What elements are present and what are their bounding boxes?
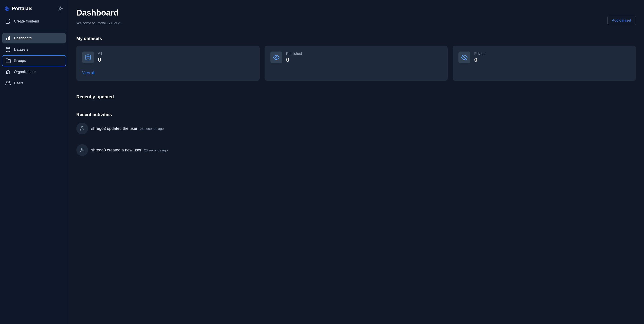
svg-line-9 [8, 19, 10, 22]
svg-point-17 [6, 81, 8, 83]
building-icon [6, 69, 11, 75]
activity-actor: shrego3 [91, 148, 106, 152]
user-avatar-icon [76, 144, 88, 156]
activity-text: shrego3 updated the user 23 seconds ago [91, 126, 164, 131]
database-icon [6, 47, 11, 52]
svg-rect-11 [8, 37, 9, 40]
page-header: Dashboard Welcome to PortalJS Cloud! Add… [76, 8, 636, 25]
stat-top: Published 0 [270, 51, 442, 63]
stat-card-private: Private 0 [452, 46, 636, 81]
activity-action: created a new user [107, 148, 142, 152]
page-title-block: Dashboard Welcome to PortalJS Cloud! [76, 8, 121, 25]
sidebar-item-organizations[interactable]: Organizations [2, 67, 66, 77]
section-title-recently-updated: Recently updated [76, 94, 636, 99]
svg-rect-10 [6, 38, 7, 40]
users-icon [6, 80, 11, 86]
sidebar-item-label: Users [14, 81, 24, 85]
stat-top: Private 0 [458, 51, 630, 63]
folder-icon [6, 58, 11, 63]
stats-row: All 0 View all Published 0 [76, 46, 636, 81]
stat-card-all: All 0 View all [76, 46, 260, 81]
section-title-my-datasets: My datasets [76, 36, 636, 41]
activity-action: updated the user [107, 126, 137, 131]
stat-top: All 0 [82, 51, 254, 63]
sidebar-top-section: Create frontend [2, 16, 66, 28]
svg-line-3 [58, 7, 59, 7]
user-avatar-icon [76, 123, 88, 134]
activity-actor: shrego3 [91, 126, 106, 131]
logo[interactable]: PortalJS [4, 6, 32, 11]
svg-line-7 [58, 10, 59, 10]
sidebar-header: PortalJS [2, 3, 66, 16]
stat-card-published: Published 0 [264, 46, 448, 81]
sidebar-item-label: Dashboard [14, 36, 32, 40]
sidebar: PortalJS [0, 0, 68, 324]
stat-value: 0 [98, 56, 102, 63]
sidebar-item-label: Groups [14, 59, 26, 63]
sidebar-item-users[interactable]: Users [2, 78, 66, 88]
database-icon [82, 51, 94, 63]
page-subtitle: Welcome to PortalJS Cloud! [76, 21, 121, 25]
sidebar-item-label: Organizations [14, 70, 36, 74]
logo-text: PortalJS [12, 6, 32, 11]
svg-line-8 [62, 7, 62, 7]
svg-point-0 [59, 7, 61, 9]
svg-point-13 [6, 47, 10, 49]
svg-point-21 [81, 126, 83, 128]
sidebar-divider [2, 30, 66, 30]
activity-text: shrego3 created a new user 23 seconds ag… [91, 148, 168, 153]
sidebar-item-dashboard[interactable]: Dashboard [2, 33, 66, 43]
svg-line-4 [62, 10, 62, 10]
section-recent-activities: Recent activities shrego3 updated the us… [76, 112, 636, 156]
external-link-icon [6, 19, 11, 24]
activity-time: 23 seconds ago [144, 148, 168, 152]
stat-label: All [98, 52, 102, 56]
sidebar-item-create-frontend[interactable]: Create frontend [2, 16, 66, 26]
svg-point-19 [276, 57, 277, 58]
view-all-link[interactable]: View all [82, 71, 254, 75]
stat-text: All 0 [98, 52, 102, 63]
sun-icon [57, 5, 64, 12]
activity-list: shrego3 updated the user 23 seconds ago … [76, 123, 636, 156]
theme-toggle-button[interactable] [57, 5, 64, 12]
stat-label: Private [474, 52, 486, 56]
spiral-icon [4, 6, 10, 11]
section-title-recent-activities: Recent activities [76, 112, 636, 117]
sidebar-item-label: Create frontend [14, 19, 39, 23]
svg-rect-12 [9, 36, 10, 40]
eye-icon [270, 51, 282, 63]
svg-point-22 [81, 148, 83, 150]
chart-bar-icon [6, 35, 11, 41]
main-content: Dashboard Welcome to PortalJS Cloud! Add… [68, 0, 644, 324]
eye-off-icon [458, 51, 470, 63]
activity-item: shrego3 updated the user 23 seconds ago [76, 123, 636, 134]
stat-text: Published 0 [286, 52, 302, 63]
sidebar-nav: Dashboard Datasets Groups [2, 33, 66, 90]
stat-text: Private 0 [474, 52, 486, 63]
page-title: Dashboard [76, 8, 121, 17]
sidebar-item-label: Datasets [14, 47, 28, 51]
stat-value: 0 [286, 56, 302, 63]
activity-time: 23 seconds ago [140, 127, 164, 130]
svg-point-18 [86, 55, 90, 56]
add-dataset-button[interactable]: Add dataset [607, 16, 636, 25]
stat-label: Published [286, 52, 302, 56]
stat-value: 0 [474, 56, 486, 63]
activity-item: shrego3 created a new user 23 seconds ag… [76, 144, 636, 156]
sidebar-item-groups[interactable]: Groups [2, 55, 66, 66]
sidebar-item-datasets[interactable]: Datasets [2, 44, 66, 55]
section-recently-updated: Recently updated [76, 94, 636, 99]
